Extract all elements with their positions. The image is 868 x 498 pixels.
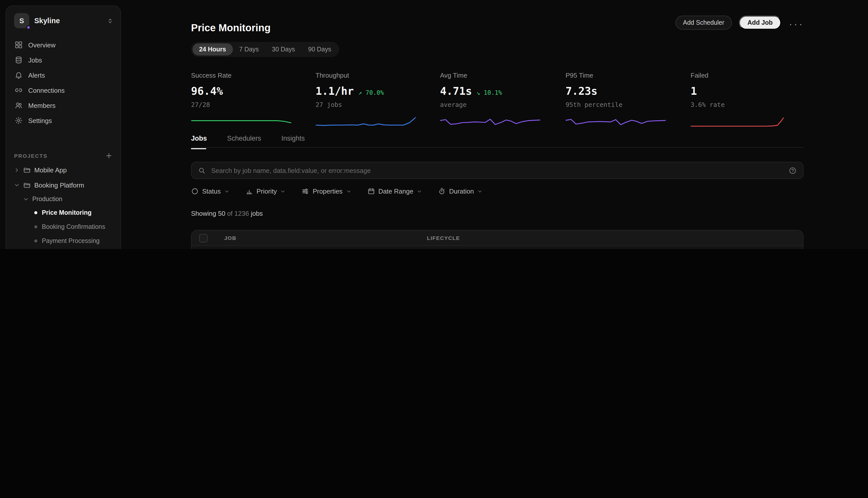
header-more-button[interactable]: ... <box>788 18 803 27</box>
timer-icon <box>438 187 446 195</box>
column-job: JOB <box>224 235 427 241</box>
sidebar-item-price-monitoring[interactable]: Price Monitoring <box>10 206 116 220</box>
filter-bar: StatusPriorityPropertiesDate RangeDurati… <box>191 187 482 195</box>
queue-name: Booking Confirmations <box>42 223 105 230</box>
stat-value: 7.23s <box>566 85 597 97</box>
search-icon <box>198 167 206 174</box>
sparkline <box>691 115 791 128</box>
link-icon <box>15 86 23 94</box>
chevron-down-icon <box>346 189 351 194</box>
help-circle-icon[interactable] <box>789 167 797 174</box>
filter-properties[interactable]: Properties <box>302 187 351 195</box>
projects-label: PROJECTS <box>14 153 105 159</box>
bars-icon <box>246 187 253 195</box>
stat-value: 96.4% <box>191 85 223 97</box>
sidebar-item-jobs[interactable]: Jobs <box>10 52 116 67</box>
time-range-7-days[interactable]: 7 Days <box>233 43 265 55</box>
page-title: Price Monitoring <box>191 23 271 34</box>
filter-priority[interactable]: Priority <box>246 187 286 195</box>
stat-sub: 95th percentile <box>566 101 691 108</box>
chevron-updown-icon[interactable] <box>107 17 114 24</box>
select-all-checkbox[interactable] <box>199 234 208 242</box>
sidebar: S Skyline OverviewJobsAlertsConnectionsM… <box>5 5 121 249</box>
sidebar-item-overview[interactable]: Overview <box>10 37 116 52</box>
sidebar-item-booking-confirmations[interactable]: Booking Confirmations <box>10 220 116 234</box>
stat-label: P95 Time <box>566 71 691 79</box>
bullet-dot <box>34 225 37 228</box>
bullet-dot <box>34 211 37 214</box>
sidebar-item-label: Connections <box>28 87 65 94</box>
sidebar-item-email-notifications[interactable]: Email Notifications <box>10 248 116 249</box>
stat-label: Avg Time <box>440 71 566 79</box>
add-job-button[interactable]: Add Job <box>739 16 781 30</box>
sidebar-item-label: Jobs <box>28 56 42 64</box>
project-name: Booking Platform <box>34 181 84 189</box>
filter-label: Properties <box>313 187 343 195</box>
tab-divider <box>191 147 803 148</box>
chevron-down-icon <box>477 189 482 194</box>
stat-value-row: 4.71s↘ 10.1% <box>440 85 566 97</box>
filter-label: Status <box>202 187 221 195</box>
sidebar-item-settings[interactable]: Settings <box>10 113 116 128</box>
sidebar-item-alerts[interactable]: Alerts <box>10 67 116 83</box>
gear-icon <box>15 116 23 124</box>
stat-value-row: 96.4% <box>191 85 316 97</box>
sidebar-item-members[interactable]: Members <box>10 98 116 113</box>
filter-date-range[interactable]: Date Range <box>367 187 422 195</box>
time-range-90-days[interactable]: 90 Days <box>302 43 338 55</box>
stat-sub: 27/28 <box>191 101 316 108</box>
table-header: JOB LIFECYCLE <box>192 230 803 246</box>
filter-label: Priority <box>257 187 277 195</box>
summary-total: of 1236 <box>227 210 249 217</box>
sidebar-env-production[interactable]: Production <box>10 193 116 206</box>
filter-status[interactable]: Status <box>191 187 229 195</box>
sidebar-item-label: Overview <box>28 41 55 49</box>
column-lifecycle: LIFECYCLE <box>427 235 460 241</box>
stat-label: Failed <box>691 71 803 79</box>
sidebar-item-label: Members <box>28 102 55 109</box>
stat-value: 4.71s <box>440 85 472 97</box>
bullet-dot <box>34 239 37 243</box>
stat-trend: ↗ 70.0% <box>358 89 384 96</box>
chevron-down-icon <box>280 189 286 194</box>
filter-label: Duration <box>449 187 474 195</box>
sidebar-project-booking-platform[interactable]: Booking Platform <box>10 178 116 193</box>
filter-duration[interactable]: Duration <box>438 187 482 195</box>
queue-name: Price Monitoring <box>42 209 92 216</box>
sidebar-item-payment-processing[interactable]: Payment Processing <box>10 234 116 248</box>
org-switcher[interactable]: S Skyline <box>6 6 120 34</box>
stat-sub: 3.6% rate <box>691 101 803 108</box>
summary-count: Showing 50 <box>191 210 225 217</box>
org-status-dot <box>26 25 31 30</box>
time-range-24-hours[interactable]: 24 Hours <box>193 43 233 55</box>
search-input[interactable] <box>210 166 784 175</box>
chevron-down-icon <box>417 189 422 194</box>
sidebar-item-connections[interactable]: Connections <box>10 83 116 98</box>
org-avatar: S <box>14 13 29 28</box>
table-row[interactable]: compare-historicaljob_0_619d6853ed1a62a2… <box>192 246 803 249</box>
calendar-icon <box>367 187 375 195</box>
stat-value: 1 <box>691 85 697 97</box>
folder-icon <box>23 166 31 174</box>
stat-value-row: 7.23s <box>566 85 691 97</box>
stat-card-failed: Failed13.6% rate <box>691 70 803 130</box>
chevron-down-icon <box>224 189 229 194</box>
grid-icon <box>15 41 23 49</box>
sidebar-nav: OverviewJobsAlertsConnectionsMembersSett… <box>6 34 120 128</box>
sidebar-project-mobile-app[interactable]: Mobile App <box>10 162 116 178</box>
stat-label: Throughput <box>316 71 440 79</box>
stat-value: 1.1/hr <box>316 85 354 97</box>
stat-card-p95-time: P95 Time7.23s95th percentile <box>566 70 691 130</box>
project-name: Mobile App <box>34 166 67 174</box>
stat-value-row: 1 <box>691 85 803 97</box>
add-scheduler-button[interactable]: Add Scheduler <box>675 16 732 30</box>
add-project-icon[interactable] <box>105 152 113 159</box>
app-window: S Skyline OverviewJobsAlertsConnectionsM… <box>0 0 868 249</box>
projects-header: PROJECTS <box>14 152 113 159</box>
stat-sub: average <box>440 101 566 108</box>
stat-trend: ↘ 10.1% <box>476 89 502 96</box>
stat-label: Success Rate <box>191 71 316 79</box>
stat-value-row: 1.1/hr↗ 70.0% <box>316 85 440 97</box>
sparkline <box>316 115 416 128</box>
time-range-30-days[interactable]: 30 Days <box>265 43 302 55</box>
